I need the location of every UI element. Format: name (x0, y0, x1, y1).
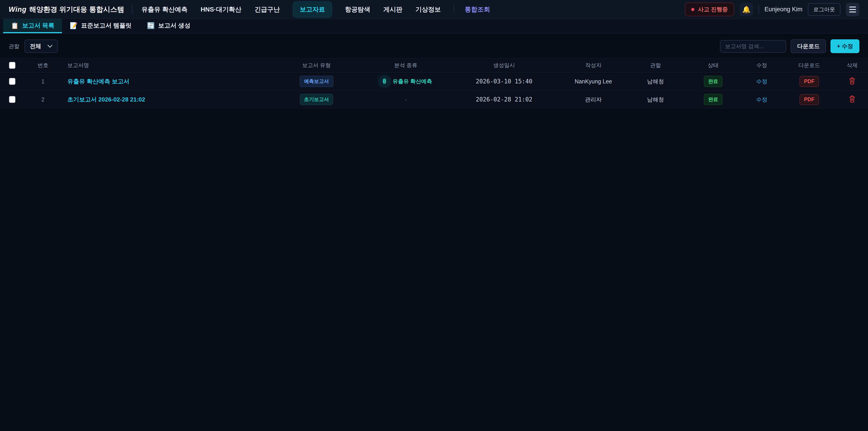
notifications-button[interactable]: 🔔 (740, 3, 753, 16)
analysis-type: 🛢 유출유 확산예측 (379, 76, 432, 86)
trash-icon (849, 95, 855, 103)
filter-group: 관할 전체 (8, 39, 58, 53)
author-name: 관리자 (561, 90, 626, 109)
row-number: 1 (23, 72, 63, 90)
nav-item-board[interactable]: 게시판 (383, 5, 402, 14)
col-header-no: 번호 (23, 58, 63, 72)
col-header-download: 다운로드 (782, 58, 836, 72)
tab-standard-report-template[interactable]: 📝 표준보고서 템플릿 (62, 19, 139, 33)
oil-drum-icon: 🛢 (379, 76, 390, 86)
select-all-checkbox[interactable] (9, 62, 16, 69)
report-table: 번호 보고서명 보고서 유형 분석 종류 생성일시 작성자 관할 상태 수정 다… (0, 58, 868, 109)
report-name-link[interactable]: 초기보고서 2026-02-28 21:02 (67, 96, 145, 103)
nav-item-integrated-search[interactable]: 통합조회 (454, 5, 490, 14)
clipboard-icon: 📋 (11, 22, 19, 29)
refresh-icon: 🔄 (147, 22, 155, 29)
delete-button[interactable] (849, 77, 855, 85)
delete-button[interactable] (849, 95, 855, 103)
hamburger-bar (849, 6, 856, 7)
col-header-delete: 삭제 (836, 58, 868, 72)
logo-wing-mark: Wing (8, 5, 26, 13)
table-header-row: 번호 보고서명 보고서 유형 분석 종류 생성일시 작성자 관할 상태 수정 다… (0, 58, 868, 72)
edit-button[interactable]: + 수정 (831, 39, 860, 53)
table-row: 1 유출유 확산예측 보고서 예측보고서 🛢 유출유 확산예측 2026-03-… (0, 72, 868, 90)
col-header-status: 상태 (685, 58, 741, 72)
row-checkbox[interactable] (9, 96, 16, 103)
report-tabbar: 📋 보고서 목록 📝 표준보고서 템플릿 🔄 보고서 생성 (0, 19, 868, 33)
app-title: 해양환경 위기대응 통합시스템 (29, 5, 124, 14)
edit-link[interactable]: 수정 (756, 96, 767, 102)
created-datetime: 2026-03-10 15:40 (447, 72, 561, 90)
tab-label: 표준보고서 템플릿 (81, 22, 131, 30)
hamburger-bar (849, 9, 856, 10)
col-header-type: 보고서 유형 (269, 58, 364, 72)
search-input[interactable] (720, 40, 786, 53)
incident-status-badge: 사고 진행중 (685, 2, 734, 16)
col-header-created: 생성일시 (447, 58, 561, 72)
pdf-download-button[interactable]: PDF (800, 94, 819, 105)
report-type-badge: 예측보고서 (300, 76, 333, 87)
pdf-download-button[interactable]: PDF (800, 76, 819, 87)
actions-group: 다운로드 + 수정 (720, 39, 860, 53)
status-badge: 완료 (704, 76, 722, 87)
jurisdiction-name: 남해청 (626, 90, 685, 109)
download-button[interactable]: 다운로드 (791, 39, 826, 53)
tab-label: 보고서 생성 (158, 22, 191, 30)
report-type-badge: 초기보고서 (300, 94, 333, 105)
nav-item-emergency-rescue[interactable]: 긴급구난 (254, 5, 280, 14)
nav-item-reports[interactable]: 보고자료 (293, 2, 332, 18)
status-badge: 완료 (704, 94, 722, 105)
row-checkbox[interactable] (9, 78, 16, 85)
app-logo[interactable]: Wing 해양환경 위기대응 통합시스템 (8, 5, 124, 14)
bell-icon: 🔔 (742, 5, 750, 13)
jurisdiction-select-value: 전체 (30, 42, 41, 50)
edit-link[interactable]: 수정 (756, 78, 767, 85)
col-header-edit: 수정 (741, 58, 782, 72)
created-datetime: 2026-02-28 21:02 (447, 90, 561, 109)
col-header-region: 관할 (626, 58, 685, 72)
row-number: 2 (23, 90, 63, 109)
navbar-divider (758, 5, 759, 14)
user-name: Eunjeong Kim (765, 6, 802, 13)
incident-dot-icon (691, 8, 694, 11)
list-toolbar: 관할 전체 다운로드 + 수정 (0, 33, 868, 58)
hamburger-menu-button[interactable] (846, 3, 860, 16)
nav-item-hns-air-diffusion[interactable]: HNS·대기확산 (201, 5, 241, 14)
col-header-analysis: 분석 종류 (364, 58, 447, 72)
tab-report-list[interactable]: 📋 보고서 목록 (3, 19, 62, 33)
logout-button[interactable]: 로그아웃 (808, 3, 840, 16)
navbar-right-group: 사고 진행중 🔔 Eunjeong Kim 로그아웃 (685, 2, 860, 16)
report-table-section: 번호 보고서명 보고서 유형 분석 종류 생성일시 작성자 관할 상태 수정 다… (0, 58, 868, 109)
tab-report-generation[interactable]: 🔄 보고서 생성 (139, 19, 198, 33)
table-row: 2 초기보고서 2026-02-28 21:02 초기보고서 - 2026-02… (0, 90, 868, 109)
nav-divider (132, 5, 132, 14)
jurisdiction-name: 남해청 (626, 72, 685, 90)
tab-label: 보고서 목록 (22, 22, 55, 30)
hamburger-bar (849, 11, 856, 12)
main-nav: 유출유 확산예측 HNS·대기확산 긴급구난 보고자료 항공탐색 게시판 기상정… (142, 2, 490, 18)
nav-item-weather-info[interactable]: 기상정보 (415, 5, 441, 14)
top-navbar: Wing 해양환경 위기대응 통합시스템 유출유 확산예측 HNS·대기확산 긴… (0, 0, 868, 19)
trash-icon (849, 77, 855, 85)
col-header-author: 작성자 (561, 58, 626, 72)
author-name: NanKyung Lee (561, 72, 626, 90)
report-name-link[interactable]: 유출유 확산예측 보고서 (67, 78, 129, 85)
jurisdiction-select[interactable]: 전체 (24, 39, 58, 53)
nav-item-oil-spill-prediction[interactable]: 유출유 확산예측 (142, 5, 188, 14)
nav-item-aerial-search[interactable]: 항공탐색 (345, 5, 370, 14)
analysis-type: - (405, 96, 407, 102)
analysis-type-label: 유출유 확산예측 (393, 78, 432, 85)
chevron-down-icon (48, 45, 53, 48)
jurisdiction-filter-label: 관할 (8, 43, 20, 50)
memo-icon: 📝 (70, 22, 78, 29)
col-header-name: 보고서명 (63, 58, 269, 72)
incident-badge-label: 사고 진행중 (698, 6, 728, 13)
